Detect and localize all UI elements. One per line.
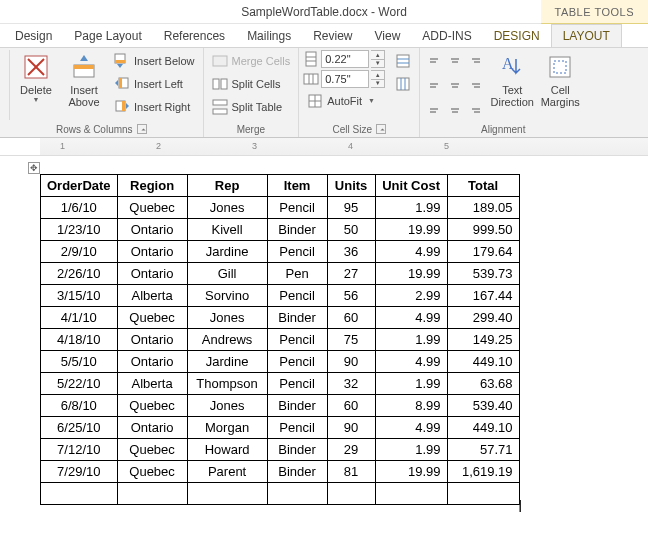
table-cell[interactable]: 81 <box>327 461 375 483</box>
table-cell[interactable] <box>41 483 118 505</box>
column-header[interactable]: Total <box>447 175 519 197</box>
table-cell[interactable]: 50 <box>327 219 375 241</box>
table-cell[interactable]: 36 <box>327 241 375 263</box>
table-move-handle[interactable]: ✥ <box>28 162 40 174</box>
table-cell[interactable]: 8.99 <box>375 395 447 417</box>
table-cell[interactable]: Binder <box>267 395 327 417</box>
table-cell[interactable]: Kivell <box>187 219 267 241</box>
table-cell[interactable]: 449.10 <box>447 351 519 373</box>
tab-review[interactable]: Review <box>302 24 363 47</box>
table-row[interactable]: 7/12/10QuebecHowardBinder291.9957.71 <box>41 439 520 461</box>
merge-cells-button[interactable]: Merge Cells <box>208 50 295 71</box>
table-cell[interactable]: 2/9/10 <box>41 241 118 263</box>
table-cell[interactable]: 299.40 <box>447 307 519 329</box>
table-cell[interactable]: Pencil <box>267 417 327 439</box>
table-cell[interactable]: 19.99 <box>375 461 447 483</box>
table-cell[interactable]: 56 <box>327 285 375 307</box>
split-cells-button[interactable]: Split Cells <box>208 73 295 94</box>
tab-references[interactable]: References <box>153 24 236 47</box>
table-cell[interactable] <box>117 483 187 505</box>
tab-page-layout[interactable]: Page Layout <box>63 24 152 47</box>
column-header[interactable]: Rep <box>187 175 267 197</box>
table-cell[interactable]: 90 <box>327 417 375 439</box>
table-cell[interactable]: Quebec <box>117 197 187 219</box>
insert-right-button[interactable]: Insert Right <box>110 96 199 117</box>
table-cell[interactable]: 449.10 <box>447 417 519 439</box>
table-cell[interactable]: Gill <box>187 263 267 285</box>
align-bc[interactable] <box>446 96 464 117</box>
tab-table-layout[interactable]: LAYOUT <box>551 24 622 47</box>
delete-button[interactable]: Delete ▼ <box>14 50 58 120</box>
table-cell[interactable]: 1.99 <box>375 329 447 351</box>
table-cell[interactable]: 95 <box>327 197 375 219</box>
table-cell[interactable]: Quebec <box>117 307 187 329</box>
table-cell[interactable]: Binder <box>267 461 327 483</box>
table-cell[interactable]: Pencil <box>267 241 327 263</box>
table-cell[interactable]: 1.99 <box>375 373 447 395</box>
table-cell[interactable]: Pencil <box>267 329 327 351</box>
table-cell[interactable]: 6/25/10 <box>41 417 118 439</box>
table-cell[interactable]: Ontario <box>117 329 187 351</box>
table-cell[interactable] <box>375 483 447 505</box>
table-cell[interactable]: 4.99 <box>375 351 447 373</box>
table-cell[interactable]: Thompson <box>187 373 267 395</box>
table-cell[interactable]: 149.25 <box>447 329 519 351</box>
row-height-spinner[interactable]: ▲▼ <box>371 50 385 68</box>
table-cell[interactable]: 60 <box>327 307 375 329</box>
table-cell[interactable]: Andrews <box>187 329 267 351</box>
table-cell[interactable]: Binder <box>267 219 327 241</box>
tab-view[interactable]: View <box>364 24 412 47</box>
col-width-input[interactable]: 0.75" <box>321 70 369 88</box>
table-cell[interactable]: 90 <box>327 351 375 373</box>
column-header[interactable]: Item <box>267 175 327 197</box>
align-ml[interactable] <box>426 74 444 95</box>
table-cell[interactable]: 4/1/10 <box>41 307 118 329</box>
table-cell[interactable]: 7/12/10 <box>41 439 118 461</box>
col-width-spinner[interactable]: ▲▼ <box>371 70 385 88</box>
table-cell[interactable]: Jones <box>187 197 267 219</box>
tab-table-design[interactable]: DESIGN <box>483 24 551 47</box>
table-cell[interactable]: Ontario <box>117 417 187 439</box>
tab-mailings[interactable]: Mailings <box>236 24 302 47</box>
table-row[interactable]: 6/8/10QuebecJonesBinder608.99539.40 <box>41 395 520 417</box>
tab-addins[interactable]: ADD-INS <box>411 24 482 47</box>
table-cell[interactable]: Ontario <box>117 351 187 373</box>
table-cell[interactable]: Morgan <box>187 417 267 439</box>
rows-cols-launcher[interactable] <box>137 124 147 134</box>
table-cell[interactable]: 2.99 <box>375 285 447 307</box>
table-cell[interactable]: 167.44 <box>447 285 519 307</box>
table-cell[interactable]: Pencil <box>267 351 327 373</box>
insert-above-button[interactable]: Insert Above <box>62 50 106 120</box>
table-cell[interactable]: 999.50 <box>447 219 519 241</box>
insert-left-button[interactable]: Insert Left <box>110 73 199 94</box>
table-cell[interactable]: 19.99 <box>375 263 447 285</box>
cell-margins-button[interactable]: Cell Margins <box>538 50 582 120</box>
column-header[interactable]: Region <box>117 175 187 197</box>
table-cell[interactable]: Howard <box>187 439 267 461</box>
table-row[interactable]: 3/15/10AlbertaSorvinoPencil562.99167.44 <box>41 285 520 307</box>
table-cell[interactable]: Alberta <box>117 373 187 395</box>
table-cell[interactable]: 1.99 <box>375 439 447 461</box>
table-cell[interactable]: 27 <box>327 263 375 285</box>
align-mr[interactable] <box>466 74 484 95</box>
table-cell[interactable]: Pencil <box>267 373 327 395</box>
table-cell[interactable]: Quebec <box>117 461 187 483</box>
row-height-input[interactable]: 0.22" <box>321 50 369 68</box>
table-cell[interactable]: 63.68 <box>447 373 519 395</box>
table-cell[interactable]: 60 <box>327 395 375 417</box>
table-cell[interactable]: Ontario <box>117 263 187 285</box>
align-br[interactable] <box>466 96 484 117</box>
data-table[interactable]: OrderDateRegionRepItemUnitsUnit CostTota… <box>40 174 520 505</box>
table-cell[interactable]: Binder <box>267 307 327 329</box>
table-cell[interactable]: 75 <box>327 329 375 351</box>
column-header[interactable]: OrderDate <box>41 175 118 197</box>
table-row[interactable]: 5/5/10OntarioJardinePencil904.99449.10 <box>41 351 520 373</box>
text-direction-button[interactable]: A Text Direction <box>490 50 534 120</box>
table-cell[interactable]: 19.99 <box>375 219 447 241</box>
table-cell[interactable]: 32 <box>327 373 375 395</box>
table-cell[interactable]: 5/22/10 <box>41 373 118 395</box>
table-cell[interactable]: 29 <box>327 439 375 461</box>
table-cell[interactable]: 539.40 <box>447 395 519 417</box>
table-cell[interactable]: 2/26/10 <box>41 263 118 285</box>
align-mc[interactable] <box>446 74 464 95</box>
